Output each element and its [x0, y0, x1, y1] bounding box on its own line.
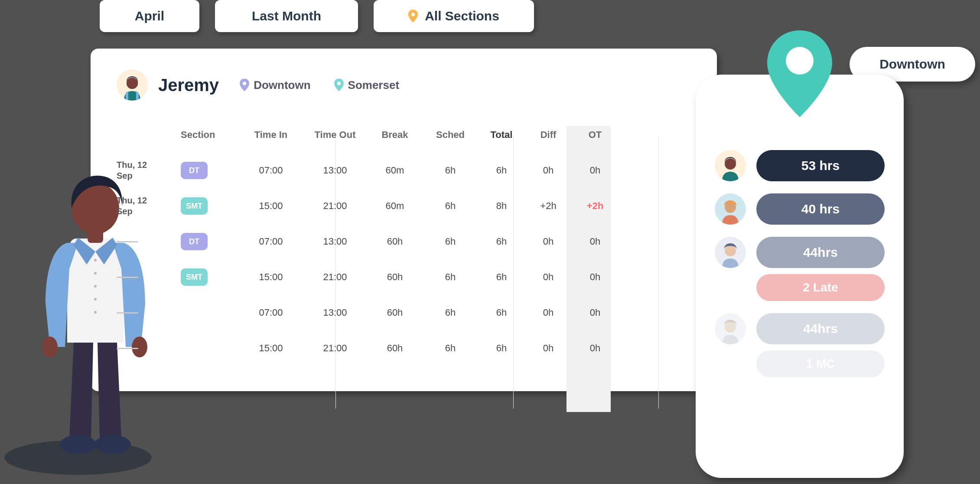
staff-row[interactable]: 53 hrs — [715, 150, 885, 181]
location-chip-downtown[interactable]: Downtown — [240, 78, 310, 92]
cell-date — [117, 277, 177, 278]
location-chip-label: Downtown — [254, 78, 310, 92]
timesheet-card: Jeremy Downtown Somerset Section Time In… — [91, 49, 717, 391]
svg-point-3 — [243, 82, 246, 85]
cell-timein: 15:00 — [241, 271, 301, 283]
table-row[interactable]: 07:0013:0060h6h6h0h0h — [117, 298, 691, 328]
svg-point-7 — [94, 259, 97, 262]
cell-timein: 07:00 — [241, 236, 301, 247]
table-row[interactable]: DT07:0013:0060h6h6h0h0h — [117, 226, 691, 257]
cell-diff: 0h — [527, 236, 570, 247]
cell-break: 60h — [369, 343, 421, 354]
staff-row-group: 40 hrs — [715, 193, 885, 225]
staff-avatar — [715, 150, 746, 181]
month-filter[interactable]: April — [100, 0, 199, 32]
table-header-row: Section Time In Time Out Break Sched Tot… — [117, 120, 691, 150]
cell-section: DT — [181, 162, 237, 179]
cell-date: Thu, 12Sep — [117, 195, 177, 217]
col-header-break: Break — [369, 129, 421, 141]
cell-ot: +2h — [573, 200, 617, 212]
table-row[interactable]: Thu, 12SepDT07:0013:0060m6h6h0h0h — [117, 155, 691, 186]
date-rule — [117, 312, 138, 314]
svg-point-2 — [127, 78, 138, 89]
cell-timeout: 21:00 — [305, 271, 365, 283]
cell-timein: 15:00 — [241, 200, 301, 212]
svg-point-4 — [337, 82, 340, 85]
cell-section: SMT — [181, 197, 237, 215]
cell-ot: 0h — [573, 165, 617, 176]
cell-break: 60h — [369, 271, 421, 283]
location-marker-icon — [767, 30, 832, 117]
hours-pill: 44hrs — [756, 237, 885, 268]
cell-total: 6h — [480, 236, 523, 247]
employee-name: Jeremy — [158, 75, 219, 95]
month-filter-label: April — [135, 9, 164, 23]
staff-row-group: 53 hrs — [715, 150, 885, 181]
sections-filter-label: All Sections — [425, 9, 499, 23]
hours-pill: 40 hrs — [756, 193, 885, 225]
hours-pill: 44hrs — [756, 313, 885, 344]
section-badge: SMT — [181, 268, 208, 286]
cell-ot: 0h — [573, 271, 617, 283]
svg-point-20 — [725, 321, 736, 333]
section-badge: SMT — [181, 197, 208, 215]
cell-section: SMT — [181, 268, 237, 286]
cell-date: Thu, 12Sep — [117, 160, 177, 181]
staff-avatar — [715, 313, 746, 344]
table-row[interactable]: SMT15:0021:0060h6h6h0h0h — [117, 262, 691, 292]
staff-row[interactable]: 44hrs — [715, 237, 885, 268]
cell-break: 60m — [369, 165, 421, 176]
date-rule — [117, 241, 138, 242]
cell-date — [117, 348, 177, 349]
cell-ot: 0h — [573, 307, 617, 318]
cell-diff: +2h — [527, 200, 570, 212]
hours-pill: 53 hrs — [756, 150, 885, 181]
cell-sched: 6h — [424, 343, 476, 354]
phone-staff-card: 53 hrs40 hrs44hrs2 Late44hrs1 MC — [696, 75, 904, 478]
cell-diff: 0h — [527, 271, 570, 283]
svg-point-5 — [60, 435, 96, 454]
svg-point-8 — [94, 272, 97, 275]
table-row[interactable]: Thu, 12SepSMT15:0021:0060m6h8h+2h+2h — [117, 191, 691, 221]
col-header-ot: OT — [573, 129, 617, 141]
period-filter[interactable]: Last Month — [215, 0, 358, 32]
timesheet-table: Section Time In Time Out Break Sched Tot… — [117, 120, 691, 363]
location-callout-label: Downtown — [879, 57, 945, 72]
col-header-timeout: Time Out — [305, 129, 365, 141]
cell-timein: 07:00 — [241, 307, 301, 318]
cell-total: 8h — [480, 200, 523, 212]
staff-row[interactable]: 40 hrs — [715, 193, 885, 225]
svg-point-0 — [411, 13, 415, 16]
svg-point-6 — [94, 435, 131, 454]
svg-point-9 — [94, 285, 97, 288]
location-pin-icon — [240, 78, 249, 92]
staff-row[interactable]: 44hrs — [715, 313, 885, 344]
cell-sched: 6h — [424, 200, 476, 212]
cell-total: 6h — [480, 343, 523, 354]
svg-point-14 — [42, 337, 58, 357]
cell-break: 60h — [369, 307, 421, 318]
status-sub-pill: 1 MC — [756, 350, 885, 377]
cell-date — [117, 241, 177, 242]
location-chip-label: Somerset — [348, 78, 400, 92]
cell-total: 6h — [480, 307, 523, 318]
cell-break: 60m — [369, 200, 421, 212]
cell-total: 6h — [480, 165, 523, 176]
section-badge: DT — [181, 162, 208, 179]
filter-bar: April Last Month All Sections — [100, 0, 534, 32]
col-header-timein: Time In — [241, 129, 301, 141]
cell-timeout: 21:00 — [305, 200, 365, 212]
cell-timeout: 13:00 — [305, 165, 365, 176]
cell-sched: 6h — [424, 307, 476, 318]
location-chip-somerset[interactable]: Somerset — [334, 78, 400, 92]
cell-timein: 07:00 — [241, 165, 301, 176]
cell-ot: 0h — [573, 236, 617, 247]
cell-diff: 0h — [527, 307, 570, 318]
cell-timeout: 13:00 — [305, 307, 365, 318]
table-row[interactable]: 15:0021:0060h6h6h0h0h — [117, 333, 691, 363]
col-header-diff: Diff — [527, 129, 570, 141]
date-rule — [117, 348, 138, 349]
staff-avatar — [715, 193, 746, 225]
sections-filter[interactable]: All Sections — [374, 0, 534, 32]
col-header-total: Total — [480, 129, 523, 141]
